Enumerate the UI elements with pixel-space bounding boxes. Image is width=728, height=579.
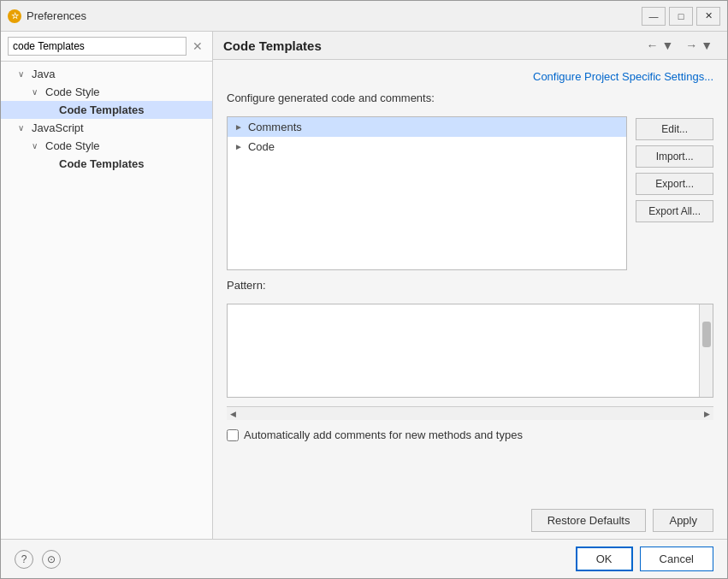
sidebar-item-java-codetemplates[interactable]: Code Templates xyxy=(1,101,212,119)
pattern-label: Pattern: xyxy=(227,279,713,292)
preferences-window: ☆ Preferences — □ ✕ ✕ ∨ Java ∨ xyxy=(0,0,728,579)
restore-defaults-button[interactable]: Restore Defaults xyxy=(531,509,647,532)
pattern-area xyxy=(227,304,713,398)
cancel-button[interactable]: Cancel xyxy=(640,547,713,571)
main-content: ✕ ∨ Java ∨ Code Style Code Templates xyxy=(1,32,727,539)
chevron-down-icon: ∨ xyxy=(32,87,42,97)
configure-project-link[interactable]: Configure Project Specific Settings... xyxy=(533,70,713,83)
sidebar-item-label: JavaScript xyxy=(32,121,84,134)
vertical-scrollbar[interactable] xyxy=(699,304,713,397)
sidebar-item-java-codestyle[interactable]: ∨ Code Style xyxy=(1,83,212,101)
configure-link-container: Configure Project Specific Settings... xyxy=(227,70,713,83)
auto-comments-checkbox[interactable] xyxy=(227,429,239,441)
auto-comments-label: Automatically add comments for new metho… xyxy=(244,428,523,441)
content-area: Code Templates ← ▼ → ▼ Configure Project… xyxy=(213,32,727,539)
sidebar-item-js-codestyle[interactable]: ∨ Code Style xyxy=(1,137,212,155)
search-bar: ✕ xyxy=(1,32,212,62)
forward-button[interactable]: → ▼ xyxy=(681,37,717,54)
apply-button[interactable]: Apply xyxy=(653,509,713,532)
side-buttons: Edit... Import... Export... Export All..… xyxy=(636,116,713,270)
bottom-action-row: Restore Defaults Apply xyxy=(213,502,727,539)
content-body: Configure Project Specific Settings... C… xyxy=(213,60,727,502)
content-title: Code Templates xyxy=(223,38,322,53)
section-label: Configure generated code and comments: xyxy=(227,92,713,104)
sidebar-item-js-codetemplates[interactable]: Code Templates xyxy=(1,155,212,173)
back-button[interactable]: ← ▼ xyxy=(642,37,678,54)
auto-comments-checkbox-row: Automatically add comments for new metho… xyxy=(227,428,713,441)
content-header: Code Templates ← ▼ → ▼ xyxy=(213,32,727,60)
edit-button[interactable]: Edit... xyxy=(636,118,713,140)
sidebar-item-label: Java xyxy=(32,68,55,80)
templates-item-label: Comments xyxy=(248,121,302,133)
chevron-right-icon: ► xyxy=(234,142,243,151)
info-icon[interactable]: ⊙ xyxy=(42,550,61,569)
horizontal-scrollbar[interactable]: ◀ ▶ xyxy=(227,406,713,420)
title-bar: ☆ Preferences — □ ✕ xyxy=(1,1,727,32)
chevron-down-icon: ∨ xyxy=(32,141,42,151)
templates-comments-item[interactable]: ► Comments xyxy=(228,117,626,137)
export-button[interactable]: Export... xyxy=(636,173,713,195)
scroll-left-icon[interactable]: ◀ xyxy=(227,410,240,418)
footer-icons: ? ⊙ xyxy=(15,550,61,569)
sidebar-item-label: Code Templates xyxy=(59,157,144,170)
import-button[interactable]: Import... xyxy=(636,145,713,168)
sidebar-tree: ∨ Java ∨ Code Style Code Templates ∨ Jav… xyxy=(1,62,212,539)
search-clear-icon[interactable]: ✕ xyxy=(190,39,205,53)
sidebar-item-label: Code Templates xyxy=(59,103,144,116)
scrollbar-thumb xyxy=(702,322,711,347)
chevron-down-icon: ∨ xyxy=(18,69,28,79)
window-controls: — □ ✕ xyxy=(642,7,720,26)
templates-tree: ► Comments ► Code xyxy=(227,116,627,270)
footer-bar: ? ⊙ OK Cancel xyxy=(1,539,727,578)
window-title: Preferences xyxy=(27,9,636,22)
app-icon: ☆ xyxy=(8,9,21,23)
sidebar-item-label: Code Style xyxy=(45,86,100,98)
sidebar: ✕ ∨ Java ∨ Code Style Code Templates xyxy=(1,32,213,539)
sidebar-item-label: Code Style xyxy=(45,139,100,152)
minimize-button[interactable]: — xyxy=(642,7,666,26)
scrollbar-h-track xyxy=(240,410,701,418)
sidebar-item-javascript[interactable]: ∨ JavaScript xyxy=(1,119,212,137)
close-button[interactable]: ✕ xyxy=(696,7,720,26)
templates-panel: ► Comments ► Code Edit... Import... Expo… xyxy=(227,116,713,270)
ok-button[interactable]: OK xyxy=(576,547,633,571)
templates-item-label: Code xyxy=(248,140,275,153)
chevron-down-icon: ∨ xyxy=(18,123,28,133)
chevron-right-icon: ► xyxy=(234,122,243,132)
scroll-right-icon[interactable]: ▶ xyxy=(701,410,713,418)
footer-buttons: OK Cancel xyxy=(576,547,713,571)
pattern-textarea[interactable] xyxy=(228,304,713,397)
sidebar-item-java[interactable]: ∨ Java xyxy=(1,65,212,83)
export-all-button[interactable]: Export All... xyxy=(636,200,713,222)
search-input[interactable] xyxy=(8,37,186,56)
templates-code-item[interactable]: ► Code xyxy=(228,137,626,157)
maximize-button[interactable]: □ xyxy=(669,7,693,26)
help-icon[interactable]: ? xyxy=(15,550,33,569)
nav-buttons: ← ▼ → ▼ xyxy=(642,37,718,54)
